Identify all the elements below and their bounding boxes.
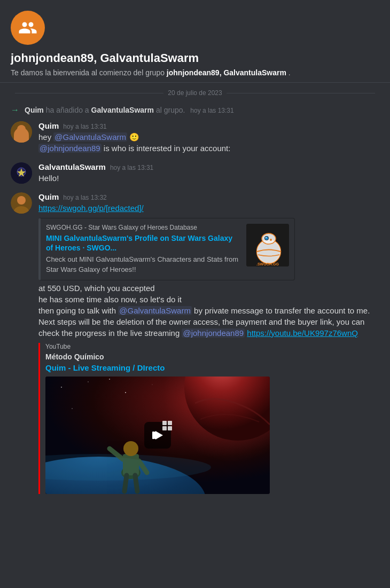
svg-rect-43 xyxy=(162,426,167,430)
system-action: ha añadido a xyxy=(46,106,91,114)
link-preview-thumbnail: .SWGOH.GG xyxy=(246,224,289,266)
youtube-label: YouTube xyxy=(45,343,300,350)
galvantula-avatar-svg xyxy=(11,162,32,184)
mention: @GalvantulaSwarm xyxy=(53,132,127,142)
link-preview-desc: Check out MINI GalvantulaSwarm's Charact… xyxy=(46,255,241,274)
svg-point-24 xyxy=(72,408,73,409)
svg-marker-40 xyxy=(155,431,163,440)
youtube-link[interactable]: https://youtu.be/UK997z76wnQ xyxy=(247,328,358,338)
username: Quim xyxy=(38,121,59,130)
message-timestamp: hoy a las 13:31 xyxy=(110,164,153,171)
message-content: Quim hoy a las 13:31 hey @GalvantulaSwar… xyxy=(38,121,379,154)
svg-line-36 xyxy=(135,475,137,491)
message-header: Quim hoy a las 13:32 xyxy=(38,192,379,201)
thumbnail-bg xyxy=(45,377,270,494)
system-message: → Quim ha añadido a GalvantulaSwarm al g… xyxy=(0,103,390,117)
mention: @johnjondean89 xyxy=(38,144,102,153)
chat-title: johnjondean89, GalvantulaSwarm xyxy=(11,51,379,65)
group-icon xyxy=(18,18,37,37)
mention: @GalvantulaSwarm xyxy=(118,306,192,315)
message-text: @johnjondean89 is who is interested in y… xyxy=(38,143,379,154)
svg-rect-41 xyxy=(162,421,167,425)
youtube-thumbnail[interactable] xyxy=(45,377,270,494)
system-end: al grupo. xyxy=(156,106,185,114)
svg-text:.SWGOH.GG: .SWGOH.GG xyxy=(256,262,279,266)
message-header: Quim hoy a las 13:31 xyxy=(38,121,379,130)
message-text: then going to talk with @GalvantulaSwarm… xyxy=(38,305,379,339)
svg-point-1 xyxy=(17,125,26,134)
svg-point-21 xyxy=(88,381,89,382)
date-divider: 20 de julio de 2023 xyxy=(0,83,390,103)
message-group: Quim hoy a las 13:31 hey @GalvantulaSwar… xyxy=(11,117,379,158)
message-timestamp: hoy a las 13:32 xyxy=(63,194,106,201)
play-button[interactable] xyxy=(144,422,171,449)
group-avatar xyxy=(11,11,45,45)
swgoh-link[interactable]: https://swgoh.gg/p/[redacted]/ xyxy=(38,203,144,213)
svg-point-25 xyxy=(109,379,110,380)
svg-line-35 xyxy=(124,475,127,491)
message-content: Quim hoy a las 13:32 https://swgoh.gg/p/… xyxy=(38,192,379,494)
system-target: GalvantulaSwarm xyxy=(91,106,154,114)
avatar xyxy=(11,121,32,143)
message-group: Quim hoy a las 13:32 https://swgoh.gg/p/… xyxy=(11,188,379,498)
message-text: at 550 USD, which you accepted xyxy=(38,283,379,294)
svg-rect-42 xyxy=(168,421,172,425)
message-text: https://swgoh.gg/p/[redacted]/ xyxy=(38,202,379,214)
svg-point-2 xyxy=(14,135,29,143)
mention: @johnjondean89 xyxy=(182,328,245,338)
username: Quim xyxy=(38,192,59,201)
svg-point-22 xyxy=(125,392,126,393)
svg-point-0 xyxy=(11,121,32,143)
username: GalvantulaSwarm xyxy=(38,162,106,171)
message-header: GalvantulaSwarm hoy a las 13:31 xyxy=(38,162,379,171)
message-content: GalvantulaSwarm hoy a las 13:31 Hello! xyxy=(38,162,379,184)
message-text: he has some time also now, so let's do i… xyxy=(38,294,379,305)
youtube-title[interactable]: Quim - Live Streaming / DIrecto xyxy=(45,363,300,372)
youtube-preview: YouTube Método Químico Quim - Live Strea… xyxy=(38,343,300,494)
link-preview-title[interactable]: MINI GalvantulaSwarm's Profile on Star W… xyxy=(46,233,241,253)
svg-point-32 xyxy=(123,441,138,456)
quim-avatar2-svg xyxy=(11,192,32,214)
chat-area: Quim hoy a las 13:31 hey @GalvantulaSwar… xyxy=(0,117,390,498)
system-timestamp: hoy a las 13:31 xyxy=(190,107,233,114)
quim-avatar-svg xyxy=(11,121,32,143)
youtube-channel: Método Químico xyxy=(45,352,300,361)
chat-header: johnjondean89, GalvantulaSwarm Te damos … xyxy=(0,0,390,83)
svg-point-15 xyxy=(265,237,268,240)
link-preview-content: SWGOH.GG - Star Wars Galaxy of Heroes Da… xyxy=(46,224,241,275)
svg-point-17 xyxy=(270,239,272,241)
svg-point-16 xyxy=(266,237,267,238)
svg-rect-31 xyxy=(123,454,139,475)
link-preview-site: SWGOH.GG - Star Wars Galaxy of Heroes Da… xyxy=(46,224,241,231)
message-text: hey @GalvantulaSwarm 🙂 xyxy=(38,131,379,143)
svg-point-7 xyxy=(17,196,26,205)
system-arrow-icon: → xyxy=(11,105,19,115)
svg-point-20 xyxy=(61,387,62,388)
avatar xyxy=(11,162,32,184)
message-group: GalvantulaSwarm hoy a las 13:31 Hello! xyxy=(11,158,379,188)
system-actor: Quim xyxy=(25,106,44,114)
svg-rect-44 xyxy=(168,426,172,430)
svg-point-23 xyxy=(152,384,153,385)
link-preview-card: SWGOH.GG - Star Wars Galaxy of Heroes Da… xyxy=(38,218,295,280)
message-text: Hello! xyxy=(38,173,379,184)
message-timestamp: hoy a las 13:31 xyxy=(63,123,106,130)
expand-icon xyxy=(162,421,172,430)
chat-subtitle: Te damos la bienvenida al comienzo del g… xyxy=(11,68,379,77)
avatar xyxy=(11,192,32,214)
swgoh-logo-svg: .SWGOH.GG xyxy=(246,224,289,266)
